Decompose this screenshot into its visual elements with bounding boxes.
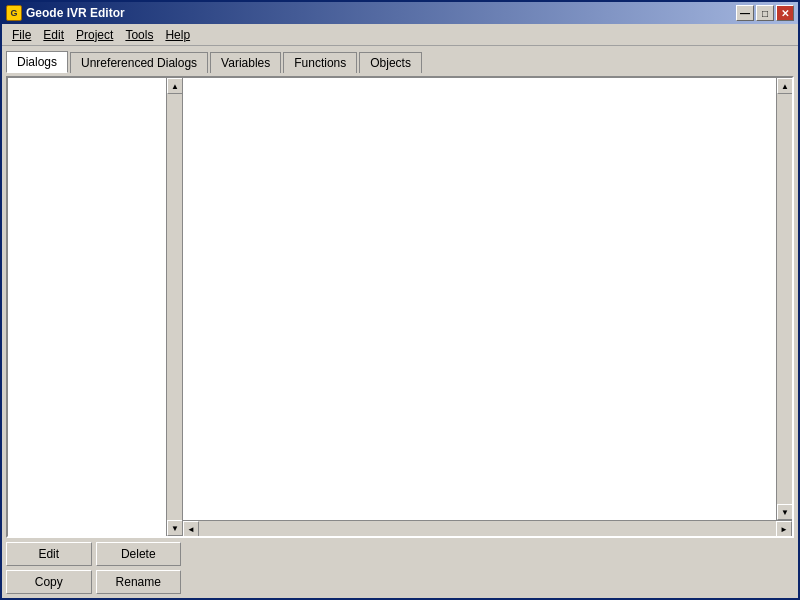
tab-variables[interactable]: Variables (210, 52, 281, 73)
maximize-button[interactable]: □ (756, 5, 774, 21)
close-button[interactable]: ✕ (776, 5, 794, 21)
menu-project-label: Project (76, 28, 113, 42)
left-scroll-up-button[interactable]: ▲ (167, 78, 182, 94)
menu-tools[interactable]: Tools (119, 26, 159, 44)
tab-unreferenced-dialogs[interactable]: Unreferenced Dialogs (70, 52, 208, 73)
menu-file-label: File (12, 28, 31, 42)
menu-edit[interactable]: Edit (37, 26, 70, 44)
main-window: G Geode IVR Editor — □ ✕ File Edit Proje… (0, 0, 800, 600)
menu-tools-label: Tools (125, 28, 153, 42)
main-content: ▲ ▼ ▲ (2, 72, 798, 598)
right-scroll-up-button[interactable]: ▲ (777, 78, 792, 94)
menu-file[interactable]: File (6, 26, 37, 44)
tabs-bar: Dialogs Unreferenced Dialogs Variables F… (2, 46, 798, 72)
left-scroll-down-button[interactable]: ▼ (167, 520, 182, 536)
main-view (183, 78, 776, 520)
h-scroll-left-button[interactable]: ◄ (183, 521, 199, 536)
right-scroll-down-button[interactable]: ▼ (777, 504, 792, 520)
h-scroll-track[interactable] (199, 521, 776, 536)
menu-project[interactable]: Project (70, 26, 119, 44)
edit-button[interactable]: Edit (6, 542, 92, 566)
menu-bar: File Edit Project Tools Help (2, 24, 798, 46)
right-scroll-track[interactable] (777, 94, 792, 504)
menu-help[interactable]: Help (159, 26, 196, 44)
minimize-button[interactable]: — (736, 5, 754, 21)
left-scroll-track[interactable] (167, 94, 182, 520)
h-scroll-right-button[interactable]: ► (776, 521, 792, 536)
left-list[interactable] (8, 78, 166, 536)
delete-button[interactable]: Delete (96, 542, 182, 566)
menu-help-label: Help (165, 28, 190, 42)
copy-button[interactable]: Copy (6, 570, 92, 594)
tab-functions[interactable]: Functions (283, 52, 357, 73)
tab-dialogs[interactable]: Dialogs (6, 51, 68, 73)
title-buttons: — □ ✕ (736, 5, 794, 21)
rename-button[interactable]: Rename (96, 570, 182, 594)
tab-objects[interactable]: Objects (359, 52, 422, 73)
menu-edit-label: Edit (43, 28, 64, 42)
action-buttons: Edit Delete Copy Rename (6, 538, 181, 594)
app-icon: G (6, 5, 22, 21)
title-bar: G Geode IVR Editor — □ ✕ (2, 2, 798, 24)
window-title: Geode IVR Editor (26, 6, 125, 20)
